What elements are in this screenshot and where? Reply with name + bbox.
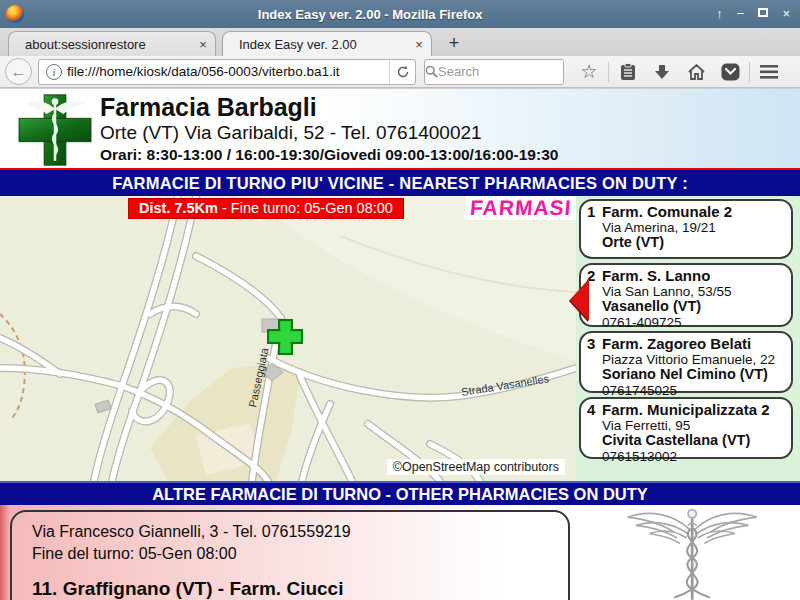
pharmacy-number: 3 [587, 336, 602, 352]
url-input[interactable] [67, 64, 389, 79]
other-pharmacy-shift-end: Fine del turno: 05-Gen 08:00 [32, 543, 554, 565]
tab-label: about:sessionrestore [9, 37, 191, 52]
osm-attribution: ©OpenStreetMap contributors [387, 459, 565, 475]
browser-window: Index Easy ver. 2.00 - Mozilla Firefox ↑… [0, 0, 800, 600]
tab-bar: about:sessionrestore × Index Easy ver. 2… [0, 28, 800, 56]
openstreetmap-canvas: Passeggiata Strada Vasanelles [0, 196, 576, 481]
downloads-icon[interactable] [645, 59, 679, 85]
pharmacy-card-2[interactable]: 2 Farm. S. Lanno Via San Lanno, 53/55 Va… [579, 263, 793, 327]
other-pharmacy-details-box: Via Francesco Giannelli, 3 - Tel. 076155… [10, 510, 570, 600]
other-pharmacy-address: Via Francesco Giannelli, 3 - Tel. 076155… [32, 521, 554, 543]
pharmacy-phone: 0761513002 [587, 449, 783, 465]
pharmacy-name: Farmacia Barbagli [100, 93, 317, 122]
firefox-icon [6, 5, 24, 23]
toolbar-separator [749, 62, 750, 82]
other-pharmacies-section: Via Francesco Giannelli, 3 - Tel. 076155… [0, 505, 800, 600]
pocket-icon[interactable] [713, 59, 747, 85]
pharmacy-card-4[interactable]: 4 Farm. Municipalizzata 2 Via Ferretti, … [579, 397, 793, 459]
pharmacy-city: Orte (VT) [587, 235, 783, 251]
search-icon [425, 59, 438, 85]
pharmacy-cross-logo [12, 94, 98, 166]
minimize-button[interactable]: − [737, 5, 745, 23]
pharmacy-number: 4 [587, 402, 602, 418]
pharmacy-hours: Orari: 8:30-13:00 / 16:00-19:30/Giovedi … [100, 146, 558, 164]
nearest-pharmacies-banner: FARMACIE DI TURNO PIU' VICINE - NEAREST … [0, 170, 800, 196]
pharmacy-name: Farm. S. Lanno [602, 268, 710, 284]
distance-banner: Dist. 7.5Km - Fine turno: 05-Gen 08:00 [128, 198, 404, 219]
pharmacy-name: Farm. Zagoreo Belati [602, 336, 751, 352]
bookmarks-library-icon[interactable] [611, 59, 645, 85]
shift-end-text: - Fine turno: 05-Gen 08:00 [218, 200, 393, 216]
pharmacy-city: Soriano Nel Cimino (VT) [587, 367, 783, 383]
pharmacy-phone: 0761-409725 [587, 315, 783, 331]
bookmark-star-icon[interactable]: ☆ [572, 59, 606, 85]
reload-icon[interactable] [389, 60, 415, 84]
pharmacy-address: Piazza Vittorio Emanuele, 22 [587, 352, 783, 368]
selected-pharmacy-arrow-icon [570, 279, 589, 321]
tab-close-icon[interactable]: × [407, 37, 431, 52]
map-area[interactable]: Passeggiata Strada Vasanelles Dist. 7.5K… [0, 196, 576, 481]
pharmacy-name: Farm. Comunale 2 [602, 204, 732, 220]
pharmacy-number: 1 [587, 204, 602, 220]
distance-value: Dist. 7.5Km [139, 200, 218, 216]
farmasi-watermark: FARMASI [463, 196, 576, 220]
other-pharmacies-banner: ALTRE FARMACIE DI TURNO - OTHER PHARMACI… [0, 481, 800, 505]
tab-label: Index Easy ver. 2.00 [223, 37, 407, 52]
tab-index-easy[interactable]: Index Easy ver. 2.00 × [222, 31, 432, 56]
navigation-toolbar: ← i ☆ [0, 56, 800, 88]
tab-close-icon[interactable]: × [191, 37, 215, 52]
pharmacy-card-1[interactable]: 1 Farm. Comunale 2 Via Amerina, 19/21 Or… [579, 199, 793, 259]
toolbar-separator [608, 62, 609, 82]
pharmacy-address: Via Ferretti, 95 [587, 418, 783, 434]
pharmacy-city: Civita Castellana (VT) [587, 433, 783, 449]
pharmacy-card-3[interactable]: 3 Farm. Zagoreo Belati Piazza Vittorio E… [579, 331, 793, 393]
menu-hamburger-icon[interactable] [752, 59, 786, 85]
tab-sessionrestore[interactable]: about:sessionrestore × [8, 31, 216, 56]
search-bar[interactable] [424, 59, 564, 85]
other-pharmacy-entry-title: 11. Graffignano (VT) - Farm. Ciucci [32, 578, 554, 600]
duty-pharmacies-sidebar: 1 Farm. Comunale 2 Via Amerina, 19/21 Or… [576, 196, 800, 481]
rollup-button[interactable]: ↑ [716, 5, 723, 23]
url-bar[interactable]: i [38, 59, 416, 85]
pharmacy-address: Via San Lanno, 53/55 [587, 284, 783, 300]
pharmacy-address: Via Amerina, 19/21 [587, 220, 783, 236]
window-title: Index Easy ver. 2.00 - Mozilla Firefox [24, 7, 716, 22]
restore-button[interactable] [758, 8, 768, 17]
back-button[interactable]: ← [5, 58, 32, 85]
new-tab-button[interactable]: + [440, 33, 468, 55]
pharmacy-phone: 0761745025 [587, 383, 783, 399]
caduceus-illustration [585, 505, 800, 600]
home-icon[interactable] [679, 59, 713, 85]
pharmacy-number: 2 [587, 268, 602, 284]
close-button[interactable]: × [782, 5, 790, 23]
pharmacy-name: Farm. Municipalizzata 2 [602, 402, 770, 418]
pharmacy-city: Vasanello (VT) [587, 299, 783, 315]
pharmacy-address: Orte (VT) Via Garibaldi, 52 - Tel. 07614… [100, 122, 482, 144]
page-info-icon[interactable]: i [46, 64, 62, 80]
window-titlebar: Index Easy ver. 2.00 - Mozilla Firefox ↑… [0, 0, 800, 28]
pharmacy-header: Farmacia Barbagli Orte (VT) Via Garibald… [0, 88, 800, 168]
